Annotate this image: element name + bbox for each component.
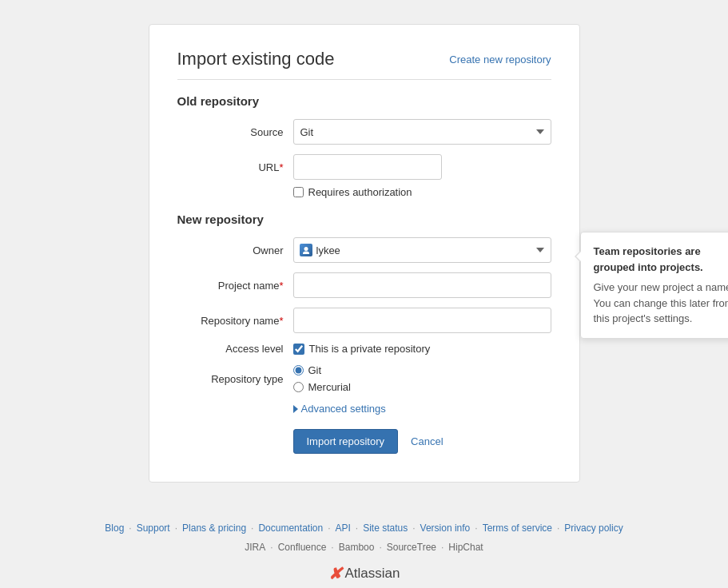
source-select-wrapper: Git Mercurial Subversion: [293, 119, 551, 145]
footer-link-terms[interactable]: Terms of service: [483, 522, 552, 534]
cancel-button[interactable]: Cancel: [408, 430, 446, 453]
svg-point-0: [304, 247, 308, 251]
advanced-settings-row: Advanced settings: [293, 403, 551, 415]
chevron-right-icon: [293, 405, 298, 413]
footer-product-confluence: Confluence: [278, 542, 327, 553]
page-title: Import existing code: [177, 49, 335, 70]
footer-link-blog[interactable]: Blog: [105, 522, 124, 534]
card-header: Import existing code Create new reposito…: [177, 49, 551, 80]
footer: Blog · Support · Plans & pricing · Docum…: [0, 522, 728, 588]
project-name-row: Project name*: [177, 272, 551, 298]
url-required: *: [279, 161, 283, 173]
atlassian-x-icon: ✘: [328, 564, 342, 583]
main-card: Import existing code Create new reposito…: [149, 24, 580, 483]
url-field-wrapper: [293, 154, 551, 180]
footer-link-support[interactable]: Support: [137, 522, 170, 534]
repo-type-row: Repository type Git Mercurial: [177, 364, 551, 393]
svg-point-1: [303, 252, 309, 255]
old-repo-section-title: Old repository: [177, 94, 551, 108]
footer-link-api[interactable]: API: [336, 522, 351, 534]
footer-link-privacy[interactable]: Privacy policy: [564, 522, 623, 534]
footer-link-version[interactable]: Version info: [420, 522, 471, 534]
footer-link-status[interactable]: Site status: [363, 522, 408, 534]
repo-type-git-label[interactable]: Git: [308, 364, 322, 376]
new-repo-section-title: New repository: [177, 213, 551, 226]
repo-type-group: Git Mercurial: [293, 364, 351, 393]
private-repo-checkbox[interactable]: [293, 344, 304, 355]
footer-product-hipchat: HipChat: [448, 542, 483, 553]
import-repository-button[interactable]: Import repository: [293, 429, 399, 454]
owner-select[interactable]: lykee: [293, 237, 551, 263]
access-level-label: Access level: [177, 343, 293, 355]
repo-type-git-radio[interactable]: [293, 365, 304, 375]
owner-avatar: [300, 244, 312, 256]
footer-link-plans[interactable]: Plans & pricing: [182, 522, 246, 534]
page-wrapper: Import existing code Create new reposito…: [0, 0, 728, 588]
repo-type-mercurial-radio[interactable]: [293, 382, 304, 392]
url-row: URL*: [177, 154, 551, 180]
owner-select-wrapper: lykee: [293, 237, 551, 263]
repo-name-row: Repository name*: [177, 308, 551, 333]
create-new-repository-link[interactable]: Create new repository: [449, 54, 551, 66]
source-row: Source Git Mercurial Subversion: [177, 119, 551, 145]
advanced-settings-toggle[interactable]: Advanced settings: [293, 403, 386, 415]
button-row: Import repository Cancel: [293, 429, 551, 454]
project-name-label: Project name*: [177, 280, 293, 292]
footer-product-jira: JIRA: [245, 542, 265, 553]
requires-auth-row: Requires authorization: [293, 186, 551, 198]
source-label: Source: [177, 126, 293, 138]
url-label: URL*: [177, 161, 293, 173]
repo-type-mercurial-label[interactable]: Mercurial: [308, 381, 351, 393]
repo-type-mercurial-item: Mercurial: [293, 381, 351, 393]
repo-name-label: Repository name*: [177, 315, 293, 327]
owner-avatar-icon: [302, 246, 310, 254]
project-name-input[interactable]: [293, 272, 551, 298]
footer-product-sourcetree: SourceTree: [387, 542, 436, 553]
tooltip-title: Team repositories are grouped into proje…: [594, 244, 729, 275]
project-name-required: *: [279, 280, 283, 292]
repo-type-git-item: Git: [293, 364, 351, 376]
repo-type-label: Repository type: [177, 373, 293, 385]
footer-link-docs[interactable]: Documentation: [258, 522, 323, 534]
footer-product-bamboo: Bamboo: [339, 542, 375, 553]
repo-name-required: *: [279, 315, 283, 327]
footer-brand: ✘ Atlassian: [0, 564, 728, 583]
owner-row: Owner lykee: [177, 237, 551, 263]
access-level-group: This is a private repository: [293, 343, 431, 355]
url-input[interactable]: [293, 154, 442, 180]
source-select[interactable]: Git Mercurial Subversion: [293, 119, 551, 145]
tooltip-box: Team repositories are grouped into proje…: [580, 232, 729, 339]
footer-links: Blog · Support · Plans & pricing · Docum…: [0, 522, 728, 534]
access-level-row: Access level This is a private repositor…: [177, 343, 551, 355]
access-level-text[interactable]: This is a private repository: [309, 343, 431, 355]
owner-label: Owner: [177, 244, 293, 256]
advanced-settings-label: Advanced settings: [301, 403, 386, 415]
requires-auth-checkbox[interactable]: [293, 187, 304, 197]
footer-products: JIRA · Confluence · Bamboo · SourceTree …: [0, 542, 728, 553]
requires-auth-label[interactable]: Requires authorization: [308, 186, 412, 198]
repo-name-input[interactable]: [293, 308, 551, 333]
atlassian-logo: ✘ Atlassian: [328, 564, 400, 583]
tooltip-text: Give your new project a name. You can ch…: [594, 280, 729, 327]
atlassian-brand-text: Atlassian: [345, 566, 400, 582]
